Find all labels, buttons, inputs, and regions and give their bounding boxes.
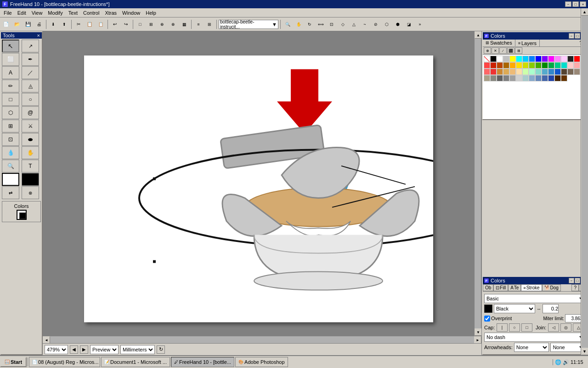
tool-ellipse[interactable]: ○	[22, 93, 39, 106]
swatch-r2-6[interactable]	[509, 62, 516, 69]
tool-text2[interactable]: T	[22, 160, 39, 172]
canvas-area[interactable]	[43, 31, 474, 336]
close-button[interactable]: ×	[580, 1, 586, 7]
tool-pen[interactable]: ✒	[22, 53, 39, 66]
tool-select[interactable]: ↖	[2, 40, 19, 52]
stroke-min[interactable]: −	[569, 278, 574, 283]
swatches-max[interactable]: □	[575, 33, 580, 39]
swatch-r3-11[interactable]	[535, 69, 542, 75]
tool-stroke-color[interactable]	[2, 173, 19, 186]
toolbar-undo[interactable]: ↩	[110, 19, 120, 29]
swatch-stroke[interactable]: ∕	[499, 47, 507, 54]
swatch-r2-2[interactable]	[484, 62, 490, 69]
swatch-both[interactable]: ⊞	[515, 47, 522, 54]
toolbar-zoom[interactable]: 🔍	[283, 19, 293, 29]
toolbar-split[interactable]: ⊗	[168, 19, 178, 29]
status-btn-1[interactable]: ◀	[70, 345, 78, 354]
scroll-left-button[interactable]: ◄	[43, 336, 50, 344]
tool-fisheye[interactable]: ⬬	[22, 133, 39, 146]
tool-zoom[interactable]: 🔍	[2, 160, 19, 172]
swatch-c5[interactable]	[535, 56, 542, 62]
toolbar-export[interactable]: ⬆	[59, 19, 69, 29]
file-dropdown[interactable]: bottlecap-beetle-instrucit... ▼	[219, 20, 278, 29]
swatch-c1[interactable]	[509, 56, 516, 62]
tab-help[interactable]: ?	[571, 284, 579, 291]
swatch-r2-5[interactable]	[503, 62, 509, 69]
toolbar-copy[interactable]: 📋	[85, 19, 95, 29]
units-select[interactable]: Millimeters Inches Points	[120, 345, 155, 354]
toolbar-pan[interactable]: ✋	[294, 19, 304, 29]
tool-pencil[interactable]: ✏	[2, 80, 19, 92]
menu-xtras[interactable]: Xtras	[102, 9, 119, 17]
toolbar-print[interactable]: 🖨	[34, 19, 44, 29]
swatch-r4-2[interactable]	[567, 69, 574, 75]
swatch-r4-1[interactable]	[561, 69, 567, 75]
swatch-c6[interactable]	[542, 56, 548, 62]
stroke-color-swatch[interactable]	[17, 210, 27, 220]
stroke-color-preview[interactable]	[484, 305, 492, 313]
swatch-r2-9[interactable]	[529, 62, 535, 69]
menu-file[interactable]: File	[1, 9, 15, 17]
swatch-r3-5[interactable]	[497, 69, 503, 75]
swatch-r3-4[interactable]	[490, 69, 497, 75]
toolbar-skew[interactable]: ◇	[338, 19, 348, 29]
swatch-r4-3[interactable]	[574, 69, 580, 75]
toolbar-ungroup[interactable]: ⊞	[146, 19, 156, 29]
swatch-r2-10[interactable]	[535, 62, 542, 69]
tab-swatches[interactable]: ⊞ Swatches	[483, 40, 515, 46]
taskbar-item-4[interactable]: 🎨 Adobe Photoshop	[235, 357, 288, 367]
menu-help[interactable]: Help	[143, 9, 159, 17]
scroll-track-v[interactable]	[475, 39, 481, 328]
swatch-r5-1[interactable]	[554, 75, 561, 81]
swatch-r3-7[interactable]	[509, 69, 516, 75]
swatch-c7[interactable]	[548, 56, 554, 62]
tool-lasso[interactable]: ⬜	[2, 53, 19, 66]
toolbar-blend[interactable]: ⊘	[371, 19, 381, 29]
swatch-r4-13[interactable]	[542, 75, 548, 81]
swatch-r3-12[interactable]	[542, 69, 548, 75]
toolbar-transform[interactable]: ⊡	[327, 19, 337, 29]
menu-window[interactable]: Window	[119, 9, 143, 17]
tab-stroke[interactable]: ≡Stroke	[521, 284, 542, 291]
swatch-r4-8[interactable]	[509, 75, 516, 81]
swatch-r4-6[interactable]	[497, 75, 503, 81]
menu-modify[interactable]: Modify	[45, 9, 65, 17]
join-round[interactable]: ◎	[560, 323, 571, 332]
toolbar-new[interactable]: 📄	[1, 19, 11, 29]
dash-select[interactable]: No dash Dashed	[484, 333, 586, 342]
taskbar-item-2[interactable]: 📝 Document1 - Microsoft ...	[101, 357, 170, 367]
tool-line[interactable]: ／	[22, 66, 39, 79]
swatch-r4-4[interactable]	[484, 75, 490, 81]
cap-butt[interactable]: |	[497, 323, 508, 332]
tool-polygon[interactable]: ⬡	[2, 106, 19, 119]
swatch-black[interactable]	[490, 56, 497, 62]
tool-subselect[interactable]: ↗	[22, 40, 39, 52]
toolbar-open[interactable]: 📂	[12, 19, 22, 29]
swatch-r3-9[interactable]	[522, 69, 529, 75]
scroll-track-h[interactable]	[50, 336, 474, 344]
taskbar-item-3[interactable]: 🖊 FreeHand 10 - [bottle...	[171, 357, 234, 367]
join-miter[interactable]: ◁	[548, 323, 559, 332]
tool-bezigon[interactable]: ◬	[22, 80, 39, 92]
right-scroll-down[interactable]: ▼	[581, 348, 588, 355]
toolbox-close[interactable]: ×	[37, 33, 40, 38]
stroke-type-select[interactable]: Basic None Custom	[484, 294, 586, 303]
taskbar-item-1[interactable]: 📄 08 (August) Reg - Micros...	[29, 357, 100, 367]
swatch-delete[interactable]: ✕	[492, 47, 499, 54]
tool-rectangle[interactable]: □	[2, 93, 19, 106]
toolbar-save[interactable]: 💾	[23, 19, 33, 29]
swatch-r4-9[interactable]	[516, 75, 522, 81]
swatch-gray1[interactable]	[503, 56, 509, 62]
toolbar-extrude[interactable]: ⬢	[393, 19, 403, 29]
scroll-up-button[interactable]: ▲	[475, 31, 481, 39]
swatch-r4-7[interactable]	[503, 75, 509, 81]
tool-hand[interactable]: ✋	[22, 146, 39, 159]
stroke-color-select[interactable]: Black White	[494, 304, 535, 313]
swatch-r4-10[interactable]	[522, 75, 529, 81]
swatch-r4-14[interactable]	[548, 75, 554, 81]
swatch-c8[interactable]	[554, 56, 561, 62]
cap-square[interactable]: □	[521, 323, 532, 332]
vertical-scrollbar[interactable]: ▲ ▼	[474, 31, 481, 336]
cap-round[interactable]: ○	[509, 323, 520, 332]
menu-edit[interactable]: Edit	[15, 9, 29, 17]
